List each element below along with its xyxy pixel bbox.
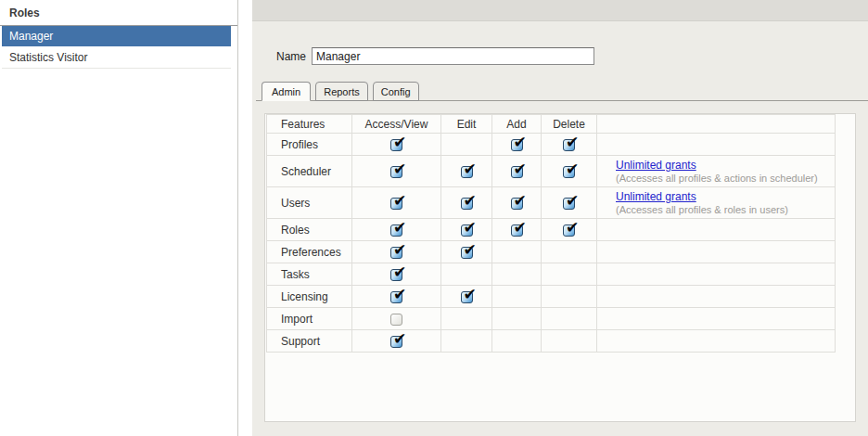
roles-sidebar: Roles Manager Statistics Visitor xyxy=(0,0,238,436)
access-cell xyxy=(352,219,441,241)
grants-cell xyxy=(597,330,836,353)
grants-cell xyxy=(597,219,836,241)
access-checkbox[interactable] xyxy=(390,336,402,348)
delete-checkbox[interactable] xyxy=(563,198,575,210)
add-checkbox[interactable] xyxy=(511,166,523,178)
header-add: Add xyxy=(492,115,542,134)
header-delete: Delete xyxy=(542,115,597,134)
edit-cell xyxy=(441,286,492,308)
edit-checkbox[interactable] xyxy=(461,166,473,178)
delete-checkbox[interactable] xyxy=(563,224,575,237)
grants-cell xyxy=(597,308,836,330)
feature-name: Scheduler xyxy=(267,156,352,187)
access-checkbox[interactable] xyxy=(390,247,402,259)
delete-checkbox[interactable] xyxy=(563,139,575,151)
access-checkbox[interactable] xyxy=(390,139,402,151)
add-cell xyxy=(492,156,542,187)
delete-checkbox[interactable] xyxy=(563,166,575,178)
unlimited-grants-link[interactable]: Unlimited grants xyxy=(616,190,696,203)
edit-cell xyxy=(441,263,492,286)
delete-cell xyxy=(542,330,597,353)
access-cell xyxy=(352,241,441,263)
table-row: Tasks xyxy=(267,263,836,286)
table-header-row: Features Access/View Edit Add Delete xyxy=(267,115,836,134)
access-checkbox[interactable] xyxy=(390,198,402,210)
grants-cell xyxy=(597,286,836,308)
unlimited-grants-link[interactable]: Unlimited grants xyxy=(616,159,696,172)
name-input[interactable] xyxy=(312,47,594,65)
toolbar-band xyxy=(252,0,868,21)
add-cell xyxy=(492,241,542,263)
table-row: Licensing xyxy=(267,286,836,308)
access-cell xyxy=(352,134,441,156)
delete-cell xyxy=(542,156,597,187)
table-row: SchedulerUnlimited grants(Accesses all p… xyxy=(267,156,836,187)
header-empty xyxy=(597,115,836,134)
delete-cell xyxy=(542,286,597,308)
edit-cell xyxy=(441,187,492,219)
feature-name: Preferences xyxy=(267,241,352,263)
table-row: Import xyxy=(267,308,836,330)
delete-cell xyxy=(542,134,597,156)
grants-cell xyxy=(597,241,836,263)
delete-cell xyxy=(542,263,597,286)
tab-config[interactable]: Config xyxy=(373,82,419,101)
add-cell xyxy=(492,187,542,219)
access-checkbox[interactable] xyxy=(390,314,402,326)
add-cell xyxy=(492,219,542,241)
edit-checkbox[interactable] xyxy=(461,224,473,237)
add-cell xyxy=(492,286,542,308)
access-checkbox[interactable] xyxy=(390,269,402,281)
grants-cell xyxy=(597,263,836,286)
add-checkbox[interactable] xyxy=(511,198,523,210)
feature-name: Support xyxy=(267,330,352,353)
edit-cell xyxy=(441,156,492,187)
edit-cell xyxy=(441,330,492,353)
delete-cell xyxy=(542,241,597,263)
table-row: Preferences xyxy=(267,241,836,263)
feature-name: Licensing xyxy=(267,286,352,308)
access-checkbox[interactable] xyxy=(390,224,402,237)
edit-checkbox[interactable] xyxy=(461,291,473,303)
access-cell xyxy=(352,308,441,330)
edit-cell xyxy=(441,241,492,263)
grants-cell: Unlimited grants(Accesses all profiles &… xyxy=(597,187,836,219)
add-cell xyxy=(492,134,542,156)
name-label: Name xyxy=(276,50,306,63)
sidebar-item-manager[interactable]: Manager xyxy=(2,26,231,47)
table-row: UsersUnlimited grants(Accesses all profi… xyxy=(267,187,836,219)
access-checkbox[interactable] xyxy=(390,291,402,303)
sidebar-title: Roles xyxy=(0,0,237,26)
edit-checkbox[interactable] xyxy=(461,198,473,210)
edit-cell xyxy=(441,308,492,330)
features-table-body: ProfilesSchedulerUnlimited grants(Access… xyxy=(267,134,836,353)
grants-note: (Accesses all profiles & roles in users) xyxy=(616,204,835,215)
tab-reports[interactable]: Reports xyxy=(315,82,368,101)
delete-cell xyxy=(542,219,597,241)
tab-admin[interactable]: Admin xyxy=(262,82,311,101)
edit-checkbox[interactable] xyxy=(461,247,473,259)
add-checkbox[interactable] xyxy=(511,139,523,151)
feature-name: Profiles xyxy=(267,134,352,156)
feature-name: Import xyxy=(267,308,352,330)
access-checkbox[interactable] xyxy=(390,166,402,178)
header-access-view: Access/View xyxy=(352,115,441,134)
add-cell xyxy=(492,330,542,353)
access-cell xyxy=(352,156,441,187)
grants-note: (Accesses all profiles & actions in sche… xyxy=(616,173,835,184)
access-cell xyxy=(352,263,441,286)
header-features: Features xyxy=(267,115,352,134)
sidebar-item-statistics-visitor[interactable]: Statistics Visitor xyxy=(2,47,231,69)
table-row: Support xyxy=(267,330,836,353)
table-row: Roles xyxy=(267,219,836,241)
features-table: Features Access/View Edit Add Delete Pro… xyxy=(266,114,836,353)
edit-cell xyxy=(441,219,492,241)
grants-cell: Unlimited grants(Accesses all profiles &… xyxy=(597,156,836,187)
delete-cell xyxy=(542,187,597,219)
name-row: Name xyxy=(276,47,594,65)
add-checkbox[interactable] xyxy=(511,224,523,237)
table-row: Profiles xyxy=(267,134,836,156)
header-edit: Edit xyxy=(441,115,492,134)
edit-cell xyxy=(441,134,492,156)
tab-content-panel: Features Access/View Edit Add Delete Pro… xyxy=(264,113,856,422)
